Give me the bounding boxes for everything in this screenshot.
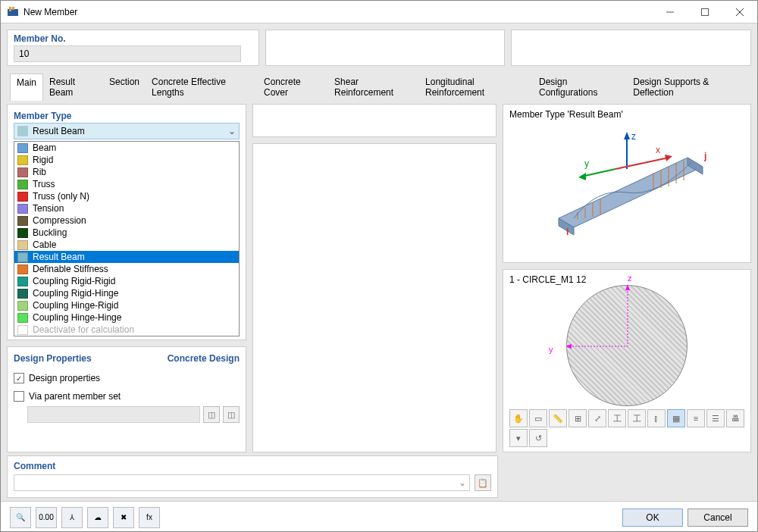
member-no-label: Member No. bbox=[14, 33, 252, 44]
ok-button[interactable]: OK bbox=[622, 509, 683, 527]
comment-title: Comment bbox=[14, 461, 491, 471]
export-button[interactable]: ☁ bbox=[87, 507, 108, 528]
tab-concrete-effective-lengths[interactable]: Concrete Effective Lengths bbox=[146, 74, 258, 101]
member-type-option[interactable]: Coupling Hinge-Rigid bbox=[14, 299, 239, 311]
tab-concrete-cover[interactable]: Concrete Cover bbox=[258, 74, 328, 101]
tab-shear-reinforcement[interactable]: Shear Reinforcement bbox=[328, 74, 419, 101]
member-type-list[interactable]: BeamRigidRibTrussTruss (only N)TensionCo… bbox=[14, 141, 240, 336]
tab-design-configurations[interactable]: Design Configurations bbox=[533, 74, 627, 101]
axis-z-label: z bbox=[628, 274, 632, 283]
member-type-option[interactable]: Result Beam bbox=[14, 251, 239, 263]
member-type-option[interactable]: Buckling bbox=[14, 227, 239, 239]
window-title: New Member bbox=[23, 7, 653, 17]
parent-member-set-input[interactable] bbox=[27, 406, 200, 423]
svg-text:y: y bbox=[584, 158, 589, 169]
new-set-button[interactable]: ◫ bbox=[203, 406, 220, 423]
svg-line-10 bbox=[581, 169, 615, 177]
member-type-option[interactable]: Truss bbox=[14, 178, 239, 190]
concrete-design-title: Concrete Design bbox=[168, 353, 240, 364]
svg-marker-13 bbox=[559, 158, 703, 227]
svg-text:i: i bbox=[566, 227, 568, 237]
svg-rect-4 bbox=[702, 8, 709, 15]
print-icon[interactable]: 🖶 bbox=[726, 409, 744, 427]
svg-text:z: z bbox=[631, 131, 636, 142]
svg-rect-2 bbox=[12, 7, 14, 10]
tab-main[interactable]: Main bbox=[10, 74, 43, 101]
list-icon[interactable]: ☰ bbox=[706, 409, 725, 427]
svg-marker-8 bbox=[624, 132, 630, 139]
design-properties-label: Design properties bbox=[29, 373, 100, 383]
svg-rect-1 bbox=[9, 7, 11, 11]
ruler-icon[interactable]: 📏 bbox=[549, 409, 567, 427]
tab-design-supports-deflection[interactable]: Design Supports & Deflection bbox=[627, 74, 748, 101]
member-type-selected: Result Beam bbox=[33, 126, 85, 136]
svg-text:x: x bbox=[656, 145, 660, 155]
beam-preview-icon: z y x i j bbox=[543, 127, 710, 249]
tab-section[interactable]: Section bbox=[103, 74, 146, 101]
member-no-input[interactable]: 10 bbox=[14, 45, 241, 62]
pick-icon[interactable]: ⤢ bbox=[588, 409, 606, 427]
edit-set-button[interactable]: ◫ bbox=[223, 406, 240, 423]
member-type-title: Member Type bbox=[14, 111, 243, 121]
preview-bottom-title: 1 - CIRCLE_M1 12 bbox=[509, 274, 744, 285]
wire-icon[interactable]: ≡ bbox=[687, 409, 705, 427]
reset-icon[interactable]: ↺ bbox=[529, 429, 547, 447]
top-blank-1 bbox=[265, 30, 506, 66]
i-beam-icon[interactable]: 工 bbox=[608, 409, 626, 427]
delete-button[interactable]: ✖ bbox=[113, 507, 134, 528]
member-type-dropdown[interactable]: Result Beam ⌄ bbox=[14, 123, 240, 139]
svg-marker-33 bbox=[567, 344, 572, 349]
member-type-option: Deactivate for calculation bbox=[14, 324, 239, 336]
svg-marker-11 bbox=[578, 173, 586, 180]
member-type-option[interactable]: Beam bbox=[14, 142, 239, 154]
help-button[interactable]: 🔍 bbox=[10, 507, 31, 528]
design-properties-checkbox[interactable]: ✓ bbox=[14, 373, 24, 383]
tab-longitudinal-reinforcement[interactable]: Longitudinal Reinforcement bbox=[419, 74, 533, 101]
member-type-option[interactable]: Cable bbox=[14, 239, 239, 251]
axis-y-label: y bbox=[549, 345, 553, 354]
design-properties-title: Design Properties bbox=[14, 353, 92, 364]
svg-marker-32 bbox=[625, 286, 630, 290]
rect-icon[interactable]: ▭ bbox=[529, 409, 547, 427]
member-button[interactable]: ⅄ bbox=[61, 507, 83, 528]
close-button[interactable] bbox=[722, 1, 757, 23]
member-type-option[interactable]: Coupling Hinge-Hinge bbox=[14, 311, 239, 324]
hand-icon[interactable]: ✋ bbox=[509, 409, 528, 427]
member-type-option[interactable]: Rib bbox=[14, 166, 239, 178]
member-type-option[interactable]: Definable Stiffness bbox=[14, 263, 239, 275]
minimize-button[interactable] bbox=[653, 1, 688, 23]
preview-top-title: Member Type 'Result Beam' bbox=[509, 109, 744, 120]
member-type-option[interactable]: Tension bbox=[14, 202, 239, 214]
units-button[interactable]: 0.00 bbox=[36, 507, 57, 528]
svg-line-16 bbox=[615, 158, 669, 169]
fx-button[interactable]: fx bbox=[139, 507, 160, 528]
member-type-option[interactable]: Compression bbox=[14, 214, 239, 227]
via-parent-label: Via parent member set bbox=[29, 391, 121, 402]
section-circle: z y bbox=[566, 285, 688, 406]
grid-icon[interactable]: ▦ bbox=[667, 409, 685, 427]
top-blank-2 bbox=[511, 30, 751, 66]
member-type-option[interactable]: Coupling Rigid-Rigid bbox=[14, 275, 239, 287]
member-type-option[interactable]: Coupling Rigid-Hinge bbox=[14, 287, 239, 299]
app-icon bbox=[7, 6, 19, 18]
mid-blank-main bbox=[252, 143, 496, 452]
via-parent-checkbox[interactable] bbox=[14, 391, 24, 402]
i-beam2-icon[interactable]: 工 bbox=[628, 409, 646, 427]
member-type-option[interactable]: Rigid bbox=[14, 154, 239, 166]
comment-pick-button[interactable]: 📋 bbox=[475, 474, 491, 491]
tab-result-beam[interactable]: Result Beam bbox=[43, 74, 103, 101]
svg-text:j: j bbox=[703, 151, 706, 161]
col-icon[interactable]: ⫿ bbox=[647, 409, 666, 427]
coords-icon[interactable]: ⊞ bbox=[568, 409, 587, 427]
comment-input[interactable]: ⌄ bbox=[14, 474, 470, 491]
mid-blank-top bbox=[252, 104, 496, 137]
maximize-button[interactable] bbox=[688, 1, 722, 23]
cancel-button[interactable]: Cancel bbox=[688, 509, 748, 527]
chev-icon[interactable]: ▾ bbox=[509, 429, 528, 447]
chevron-down-icon: ⌄ bbox=[228, 126, 236, 136]
member-type-option[interactable]: Truss (only N) bbox=[14, 190, 239, 202]
svg-marker-17 bbox=[665, 155, 672, 161]
